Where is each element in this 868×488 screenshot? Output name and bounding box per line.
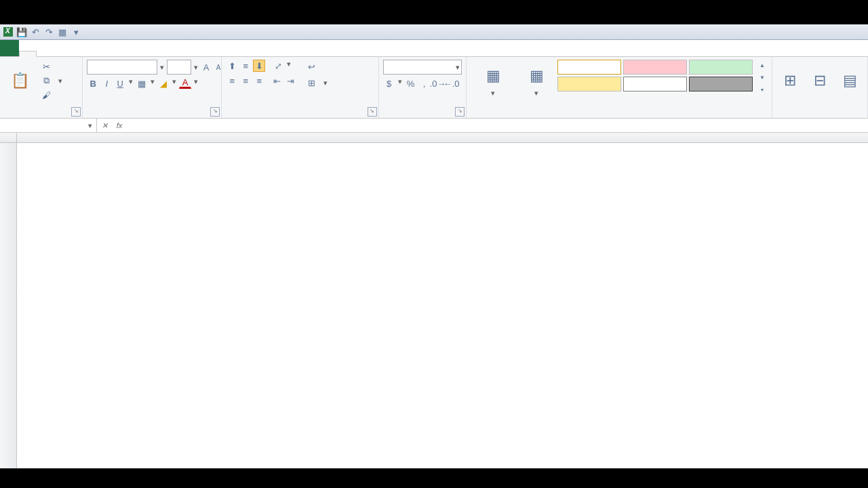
letterbox-bottom	[0, 468, 868, 488]
insert-icon: ⊞	[780, 70, 800, 91]
wrap-text-button[interactable]: ↩	[303, 60, 332, 73]
titlebar: 💾 ↶ ↷ ▦ ▾	[0, 24, 868, 40]
italic-icon[interactable]: I	[100, 77, 113, 89]
bold-icon[interactable]: B	[87, 77, 99, 89]
format-icon: ▤	[840, 70, 860, 91]
formula-input[interactable]	[127, 119, 868, 132]
letterbox-top	[0, 0, 868, 24]
tab-developer[interactable]	[134, 52, 151, 56]
align-right-icon[interactable]: ≡	[253, 75, 265, 87]
style-good[interactable]	[689, 60, 753, 75]
column-headers	[0, 133, 868, 143]
group-clipboard: 📋 ✂ ⧉▾ 🖌 ↘	[0, 57, 83, 118]
align-top-icon[interactable]: ⬆	[226, 60, 238, 72]
grow-font-icon[interactable]: A	[201, 62, 212, 73]
styles-down-icon[interactable]: ▼	[757, 72, 768, 83]
format-cells-button[interactable]: ▤	[836, 60, 863, 103]
wrap-icon: ↩	[306, 61, 317, 72]
file-tab[interactable]	[0, 40, 19, 56]
underline-icon[interactable]: U	[114, 77, 126, 89]
tab-view[interactable]	[118, 52, 134, 56]
group-font: ▾ ▾ A A B I U▾ ▦▾ ◢▾ A▾ ↘	[83, 57, 222, 118]
font-color-icon[interactable]: A	[179, 77, 191, 89]
quick-access-toolbar: 💾 ↶ ↷ ▦ ▾	[0, 26, 81, 37]
ribbon: 📋 ✂ ⧉▾ 🖌 ↘ ▾ ▾ A A B I U▾ ▦▾	[0, 57, 868, 119]
style-calculation[interactable]	[623, 77, 687, 92]
conditional-formatting-button[interactable]: ▦ ▾	[471, 60, 515, 103]
excel-icon	[3, 26, 14, 37]
decrease-indent-icon[interactable]: ⇤	[271, 75, 283, 87]
tab-page-layout[interactable]	[53, 52, 69, 56]
font-name-combo[interactable]	[87, 60, 157, 75]
align-middle-icon[interactable]: ≡	[239, 60, 252, 72]
cell-styles-gallery[interactable]	[557, 60, 753, 92]
styles-up-icon[interactable]: ▲	[757, 60, 768, 70]
row-headers	[0, 143, 17, 468]
copy-button[interactable]: ⧉▾	[38, 74, 66, 87]
tab-data[interactable]	[85, 52, 102, 56]
style-normal[interactable]	[557, 60, 621, 75]
worksheet[interactable]	[0, 143, 868, 468]
paste-button[interactable]: 📋	[4, 60, 35, 103]
delete-cells-button[interactable]: ⊟	[806, 60, 833, 103]
undo-icon[interactable]: ↶	[30, 26, 41, 37]
group-styles: ▦ ▾ ▦ ▾ ▲ ▼ ▾	[467, 57, 772, 118]
orientation-icon[interactable]: ⤢	[272, 60, 284, 72]
comma-icon[interactable]: ,	[418, 77, 431, 89]
border-icon[interactable]: ▦	[136, 77, 148, 89]
font-launcher[interactable]: ↘	[210, 107, 220, 117]
table-icon: ▦	[526, 66, 547, 86]
format-as-table-button[interactable]: ▦ ▾	[518, 60, 555, 103]
name-box[interactable]: ▾	[0, 119, 97, 132]
save-icon[interactable]: 💾	[16, 26, 27, 37]
tab-home[interactable]	[19, 51, 37, 57]
style-bad[interactable]	[623, 60, 687, 75]
cut-button[interactable]: ✂	[38, 60, 66, 73]
increase-indent-icon[interactable]: ⇥	[284, 75, 296, 87]
insert-cells-button[interactable]: ⊞	[776, 60, 804, 103]
paste-icon: 📋	[9, 70, 30, 91]
group-alignment: ⬆ ≡ ⬇ ⤢▾ ≡ ≡ ≡ ⇤ ⇥ ↩ ⊞▾	[222, 57, 378, 118]
redo-icon[interactable]: ↷	[43, 26, 54, 37]
copy-icon: ⧉	[41, 75, 52, 86]
group-number: ▾ $▾ % , .0→ ←.0 ↘	[379, 57, 467, 118]
tab-formulas[interactable]	[69, 52, 85, 56]
merge-center-button[interactable]: ⊞▾	[303, 76, 332, 89]
merge-icon: ⊞	[306, 77, 317, 88]
number-format-combo[interactable]: ▾	[383, 60, 462, 75]
increase-decimal-icon[interactable]: .0→	[432, 77, 444, 89]
select-all-corner[interactable]	[0, 133, 17, 142]
number-launcher[interactable]: ↘	[455, 107, 465, 117]
group-cells: ⊞ ⊟ ▤	[772, 57, 868, 118]
qat-chevron-icon[interactable]: ▾	[71, 26, 81, 37]
style-check-cell[interactable]	[689, 77, 753, 92]
align-center-icon[interactable]: ≡	[239, 75, 252, 87]
format-painter-button[interactable]: 🖌	[38, 88, 66, 102]
clipboard-launcher[interactable]: ↘	[71, 107, 81, 117]
fill-color-icon[interactable]: ◢	[157, 77, 170, 89]
align-bottom-icon[interactable]: ⬇	[253, 60, 265, 72]
ribbon-tabs	[0, 40, 868, 57]
tab-review[interactable]	[102, 52, 118, 56]
cond-fmt-icon: ▦	[483, 66, 503, 86]
formula-bar: ▾ ✕ fx	[0, 119, 868, 133]
alignment-launcher[interactable]: ↘	[368, 107, 377, 117]
brush-icon: 🖌	[41, 89, 52, 100]
font-size-combo[interactable]	[167, 60, 191, 75]
connectors	[17, 143, 868, 468]
style-neutral[interactable]	[557, 77, 621, 92]
fx-icon[interactable]: fx	[112, 121, 127, 129]
cancel-icon[interactable]: ✕	[97, 121, 112, 130]
tab-insert[interactable]	[37, 52, 53, 56]
scissors-icon: ✂	[41, 61, 52, 72]
decrease-decimal-icon[interactable]: ←.0	[446, 77, 458, 89]
align-left-icon[interactable]: ≡	[226, 75, 238, 87]
styles-more-icon[interactable]: ▾	[757, 84, 768, 95]
delete-icon: ⊟	[810, 70, 830, 91]
percent-icon[interactable]: %	[405, 77, 417, 89]
qat-more-icon[interactable]: ▦	[57, 26, 68, 37]
accounting-icon[interactable]: $	[383, 77, 395, 89]
